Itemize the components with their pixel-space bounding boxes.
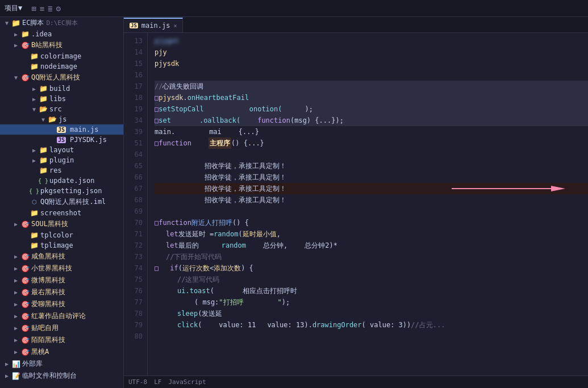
tab-bar: JS main.js × xyxy=(124,17,588,33)
project-icon: 🎯 xyxy=(20,312,30,320)
project-icon: 🎯 xyxy=(20,348,30,356)
sidebar-label: QQ附近人黑科技 xyxy=(31,73,80,82)
arrow-icon: ▶ xyxy=(11,349,20,355)
svg-marker-1 xyxy=(551,186,565,191)
sidebar-item-res[interactable]: 📁 res xyxy=(0,165,123,176)
tab-mainjs[interactable]: JS main.js × xyxy=(124,18,183,32)
icon-grid[interactable]: ⊞ xyxy=(31,4,36,13)
code-line-69 xyxy=(155,206,588,217)
status-language: JavaScript xyxy=(168,378,206,386)
icon-list2[interactable]: ≣ xyxy=(48,4,52,13)
code-view[interactable]: 13 14 15 16 17 18 19 34 39 51 64 65 66 6… xyxy=(124,33,588,376)
sidebar-item-bzhan[interactable]: ▶ 🎯 B站黑科技 xyxy=(0,39,123,51)
sidebar-item-qq[interactable]: ▼ 🎯 QQ附近人黑科技 xyxy=(0,72,123,84)
sidebar-item-ailiao[interactable]: ▶ 🎯 爱聊黑科技 xyxy=(0,298,123,310)
sidebar-item-tplcolor[interactable]: 📁 tplcolor xyxy=(0,230,123,240)
project-icon: 🎯 xyxy=(20,277,30,285)
js-file-icon: JS xyxy=(57,137,66,143)
json-file-icon: { } xyxy=(30,188,39,194)
code-line-71: let 发送延时 = random ( 延时最小值 , xyxy=(155,228,588,240)
sidebar-item-pjysdk[interactable]: JS PJYSDK.js xyxy=(0,135,123,145)
sidebar-item-src[interactable]: ▼ 📂 src xyxy=(0,104,123,114)
sidebar-label: QQ附近人黑科技.iml xyxy=(40,197,106,207)
code-line-14: pjy xyxy=(155,47,588,58)
sidebar-item-libs[interactable]: ▶ 📁 libs xyxy=(0,94,123,104)
sidebar-item-xiaoworld[interactable]: ▶ 🎯 小世界黑科技 xyxy=(0,262,123,274)
sidebar-item-hongshu[interactable]: ▶ 🎯 红薯作品自动评论 xyxy=(0,310,123,322)
folder-icon: 📁 xyxy=(20,30,30,38)
sidebar-item-root[interactable]: ▼ 📁 EC脚本 D:\EC脚本 xyxy=(0,17,123,29)
sidebar-item-tplimage[interactable]: 📁 tplimage xyxy=(0,240,123,251)
sidebar-item-idea[interactable]: ▶ 📁 .idea xyxy=(0,29,123,39)
sidebar-item-mainjs[interactable]: JS main.js xyxy=(0,124,123,135)
arrow-icon: ▶ xyxy=(11,31,20,37)
title-bar-project[interactable]: 项目▼ xyxy=(5,3,22,13)
status-encoding: UTF-8 xyxy=(128,378,147,386)
arrow-icon: ▶ xyxy=(11,289,20,295)
project-icon: 🎯 xyxy=(20,74,30,82)
sidebar-item-tieba[interactable]: ▶ 🎯 贴吧自用 xyxy=(0,322,123,334)
sidebar-item-layout[interactable]: ▶ 📁 layout xyxy=(0,145,123,155)
code-line-78: sleep (发送延 xyxy=(155,308,588,319)
arrow-icon: ▶ xyxy=(2,373,11,379)
external-icon: 📊 xyxy=(11,360,20,368)
sidebar-label-root: EC脚本 xyxy=(22,18,44,28)
sidebar-label: 最右黑科技 xyxy=(31,287,65,297)
code-line-34: □set .oallback( function(msg) {...}); xyxy=(155,115,588,126)
arrow-icon: ▶ xyxy=(11,313,20,319)
sidebar-label: colorimage xyxy=(40,52,81,60)
sidebar-item-plugin[interactable]: ▶ 📁 plugin xyxy=(0,155,123,165)
sidebar-item-external[interactable]: ▶ 📊 外部库 xyxy=(0,358,123,370)
arrow-icon: ▶ xyxy=(30,86,39,92)
sidebar-label: tplimage xyxy=(40,241,73,249)
sidebar-item-screenshot[interactable]: 📁 screenshot xyxy=(0,208,123,218)
arrow-icon: ▶ xyxy=(11,337,20,343)
sidebar-item-nodeimage[interactable]: 📁 nodeimage xyxy=(0,61,123,72)
sidebar-item-colorimage[interactable]: 📁 colorimage xyxy=(0,51,123,61)
code-line-72: let 最后的 random 总分钟, 总分钟2)* xyxy=(155,240,588,251)
code-line-79: click ( value: 11 value: 13). drawingOrd… xyxy=(155,319,588,331)
sidebar-item-updatejson[interactable]: { } update.json xyxy=(0,176,123,186)
sidebar-item-pkgsetting[interactable]: { } pkgsetting.json xyxy=(0,186,123,196)
project-icon: 🎯 xyxy=(20,289,30,297)
icon-list[interactable]: ≡ xyxy=(40,4,44,13)
code-line-13: pjyget xyxy=(155,35,588,47)
sidebar-label: nodeimage xyxy=(40,62,77,70)
folder-icon: 📁 xyxy=(39,95,48,103)
project-icon: 🎯 xyxy=(20,336,30,344)
sidebar[interactable]: ▼ 📁 EC脚本 D:\EC脚本 ▶ 📁 .idea ▶ 🎯 B站黑科技 📁 c… xyxy=(0,17,124,388)
sidebar-item-xianyu[interactable]: ▶ 🎯 咸鱼黑科技 xyxy=(0,251,123,262)
sidebar-item-temp[interactable]: ▶ 📝 临时文件和控制台 xyxy=(0,370,123,382)
sidebar-label: update.json xyxy=(49,177,94,185)
editor-area: JS main.js × 13 14 15 16 17 18 19 34 39 … xyxy=(124,17,588,388)
iml-file-icon: ⬡ xyxy=(30,199,39,205)
tab-close-button[interactable]: × xyxy=(173,23,177,29)
project-icon: 🎯 xyxy=(20,324,30,332)
code-content[interactable]: pjyget pjy pjysdk // 心跳失败回调 □pjysd xyxy=(148,33,588,376)
red-arrow-icon xyxy=(452,185,565,193)
code-line-75: //这里写代码 xyxy=(155,274,588,285)
code-line-16 xyxy=(155,69,588,81)
folder-icon: 📁 xyxy=(30,62,39,70)
icon-settings[interactable]: ⚙ xyxy=(56,4,61,13)
code-line-66: 招收学徒，承接工具定制！ xyxy=(155,172,588,183)
arrow-icon: ▶ xyxy=(11,42,20,48)
sidebar-item-build[interactable]: ▶ 📁 build xyxy=(0,84,123,94)
main-layout: ▼ 📁 EC脚本 D:\EC脚本 ▶ 📁 .idea ▶ 🎯 B站黑科技 📁 c… xyxy=(0,17,588,388)
sidebar-item-iml[interactable]: ⬡ QQ附近人黑科技.iml xyxy=(0,196,123,208)
line-numbers: 13 14 15 16 17 18 19 34 39 51 64 65 66 6… xyxy=(124,33,148,376)
sidebar-item-js[interactable]: ▼ 📂 js xyxy=(0,114,123,124)
sidebar-label: PJYSDK.js xyxy=(70,136,107,144)
sidebar-item-zuiyou[interactable]: ▶ 🎯 最右黑科技 xyxy=(0,286,123,298)
sidebar-item-soul[interactable]: ▶ 🎯 SOUL黑科技 xyxy=(0,218,123,230)
sidebar-label: res xyxy=(49,166,62,174)
sidebar-item-heitao[interactable]: ▶ 🎯 黑桃A xyxy=(0,346,123,358)
sidebar-item-momo[interactable]: ▶ 🎯 陌陌黑科技 xyxy=(0,334,123,346)
arrow-icon: ▼ xyxy=(39,116,48,123)
folder-icon: 📂 xyxy=(48,115,57,123)
title-bar: 项目▼ ⊞ ≡ ≣ ⚙ xyxy=(0,0,588,17)
sidebar-label: build xyxy=(49,85,70,93)
sidebar-label: libs xyxy=(49,95,66,103)
sidebar-label: 贴吧自用 xyxy=(31,323,59,333)
sidebar-item-weibo[interactable]: ▶ 🎯 微博黑科技 xyxy=(0,274,123,286)
